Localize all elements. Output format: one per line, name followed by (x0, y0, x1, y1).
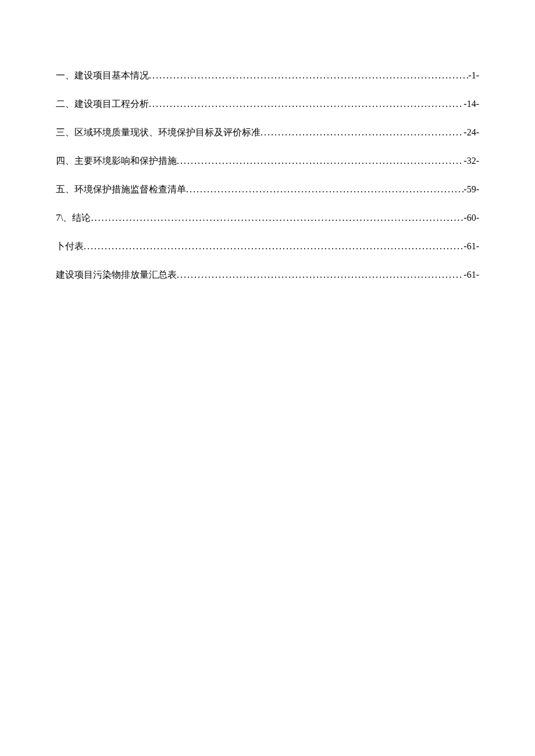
toc-entry-title: 7\、结论 (56, 212, 91, 224)
toc-entry: 一、建设项目基本情况 -1- (56, 70, 479, 82)
toc-entry-page: -61- (463, 241, 479, 252)
toc-entry: 五、环境保护措施监督检查清单 -59- (56, 184, 479, 196)
table-of-contents: 一、建设项目基本情况 -1- 二、建设项目工程分析 -14- 三、区域环境质量现… (56, 70, 479, 281)
toc-entry-page: -60- (463, 213, 479, 223)
toc-entry-title: 建设项目污染物排放量汇总表 (56, 269, 177, 281)
toc-entry-page: -59- (463, 184, 479, 195)
toc-leader-dots (261, 127, 463, 138)
toc-leader-dots (177, 270, 463, 280)
toc-leader-dots (91, 213, 463, 223)
toc-entry: 7\、结论 -60- (56, 212, 479, 224)
toc-leader-dots (186, 184, 463, 195)
toc-entry-title: 二、建设项目工程分析 (56, 98, 149, 110)
toc-leader-dots (84, 241, 463, 252)
toc-entry-page: -14- (463, 99, 479, 109)
toc-entry-page: -24- (463, 127, 479, 138)
toc-entry-page: -1- (468, 70, 479, 81)
toc-entry-page: -61- (463, 270, 479, 280)
toc-entry: 卜付表 -61- (56, 241, 479, 253)
toc-leader-dots (149, 70, 468, 81)
toc-entry-title: 五、环境保护措施监督检查清单 (56, 184, 186, 196)
toc-entry-title: 三、区域环境质量现状、环境保护目标及评价标准 (56, 127, 261, 139)
toc-entry-title: 四、主要环境影响和保护措施 (56, 155, 177, 167)
toc-entry: 三、区域环境质量现状、环境保护目标及评价标准 -24- (56, 127, 479, 139)
toc-entry: 四、主要环境影响和保护措施 -32- (56, 155, 479, 167)
toc-leader-dots (177, 156, 463, 166)
toc-entry: 建设项目污染物排放量汇总表 -61- (56, 269, 479, 281)
toc-leader-dots (149, 99, 463, 109)
toc-entry-title: 一、建设项目基本情况 (56, 70, 149, 82)
toc-entry-page: -32- (463, 156, 479, 166)
toc-entry-title: 卜付表 (56, 241, 84, 253)
toc-entry: 二、建设项目工程分析 -14- (56, 98, 479, 110)
